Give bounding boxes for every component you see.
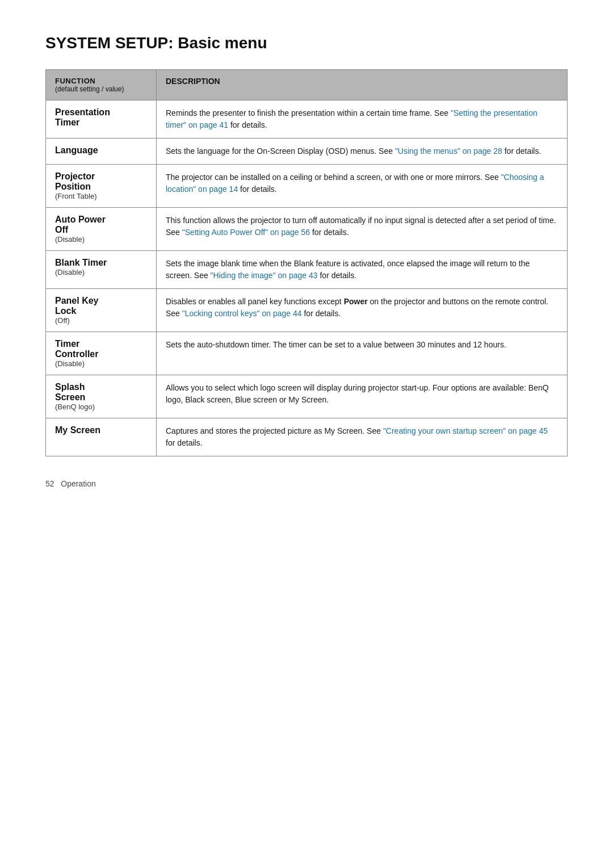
function-default: (Disable): [55, 359, 147, 368]
table-row: Language Sets the language for the On-Sc…: [46, 139, 568, 165]
header-function-label: FUNCTION: [55, 77, 147, 85]
description-cell-presentation-timer: Reminds the presenter to finish the pres…: [157, 100, 568, 139]
function-cell-presentation-timer: PresentationTimer: [46, 100, 157, 139]
function-cell-panel-key-lock: Panel KeyLock (Off): [46, 289, 157, 332]
function-default: (Disable): [55, 268, 147, 276]
link-projector-position[interactable]: "Choosing a location" on page 14: [166, 173, 544, 194]
description-cell-my-screen: Captures and stores the projected pictur…: [157, 418, 568, 456]
link-auto-power-off[interactable]: "Setting Auto Power Off" on page 56: [182, 228, 310, 237]
header-description-cell: DESCRIPTION: [157, 70, 568, 100]
link-language[interactable]: "Using the menus" on page 28: [395, 146, 502, 156]
function-cell-language: Language: [46, 139, 157, 165]
function-name: Panel KeyLock: [55, 296, 147, 316]
function-cell-auto-power-off: Auto PowerOff (Disable): [46, 208, 157, 251]
function-default: (Front Table): [55, 192, 147, 200]
table-row: My Screen Captures and stores the projec…: [46, 418, 568, 456]
function-cell-timer-controller: TimerController (Disable): [46, 332, 157, 375]
description-cell-auto-power-off: This function allows the projector to tu…: [157, 208, 568, 251]
table-row: PresentationTimer Reminds the presenter …: [46, 100, 568, 139]
function-name: Blank Timer: [55, 258, 147, 268]
function-cell-blank-timer: Blank Timer (Disable): [46, 251, 157, 289]
function-default: (BenQ logo): [55, 402, 147, 411]
link-panel-key-lock[interactable]: "Locking control keys" on page 44: [182, 309, 302, 318]
link-my-screen[interactable]: "Creating your own startup screen" on pa…: [383, 426, 548, 435]
function-name: TimerController: [55, 339, 147, 359]
function-name: PresentationTimer: [55, 107, 147, 128]
page-title: SYSTEM SETUP: Basic menu: [45, 34, 568, 52]
function-default: (Disable): [55, 235, 147, 244]
table-row: ProjectorPosition (Front Table) The proj…: [46, 165, 568, 208]
table-row: Blank Timer (Disable) Sets the image bla…: [46, 251, 568, 289]
description-cell-projector-position: The projector can be installed on a ceil…: [157, 165, 568, 208]
table-row: TimerController (Disable) Sets the auto-…: [46, 332, 568, 375]
header-function-sub: (default setting / value): [55, 85, 147, 93]
link-presentation-timer[interactable]: "Setting the presentation timer" on page…: [166, 108, 538, 129]
function-name: SplashScreen: [55, 382, 147, 402]
main-table: FUNCTION (default setting / value) DESCR…: [45, 69, 568, 456]
function-cell-my-screen: My Screen: [46, 418, 157, 456]
link-blank-timer[interactable]: "Hiding the image" on page 43: [211, 271, 318, 280]
footer: 52 Operation: [45, 479, 568, 488]
table-row: Auto PowerOff (Disable) This function al…: [46, 208, 568, 251]
header-description-label: DESCRIPTION: [166, 77, 220, 86]
function-name: ProjectorPosition: [55, 171, 147, 192]
header-function-cell: FUNCTION (default setting / value): [46, 70, 157, 100]
function-name: Auto PowerOff: [55, 215, 147, 235]
description-cell-language: Sets the language for the On-Screen Disp…: [157, 139, 568, 165]
description-cell-blank-timer: Sets the image blank time when the Blank…: [157, 251, 568, 289]
description-cell-panel-key-lock: Disables or enables all panel key functi…: [157, 289, 568, 332]
table-row: Panel KeyLock (Off) Disables or enables …: [46, 289, 568, 332]
function-default: (Off): [55, 316, 147, 325]
table-header: FUNCTION (default setting / value) DESCR…: [46, 70, 568, 100]
table-row: SplashScreen (BenQ logo) Allows you to s…: [46, 375, 568, 418]
footer-label: Operation: [61, 479, 95, 488]
function-cell-projector-position: ProjectorPosition (Front Table): [46, 165, 157, 208]
description-cell-timer-controller: Sets the auto-shutdown timer. The timer …: [157, 332, 568, 375]
function-cell-splash-screen: SplashScreen (BenQ logo): [46, 375, 157, 418]
function-name: Language: [55, 145, 147, 156]
function-name: My Screen: [55, 425, 147, 435]
description-cell-splash-screen: Allows you to select which logo screen w…: [157, 375, 568, 418]
footer-page-number: 52: [45, 479, 54, 488]
